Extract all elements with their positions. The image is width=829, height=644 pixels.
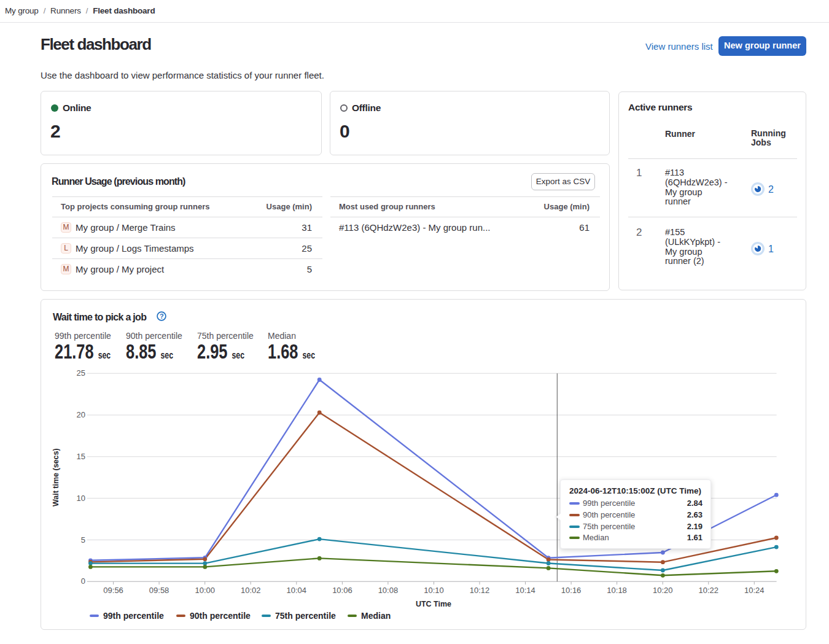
svg-text:10:06: 10:06	[332, 586, 352, 595]
svg-text:20: 20	[77, 410, 85, 419]
svg-text:10:08: 10:08	[378, 586, 399, 595]
svg-text:5: 5	[81, 535, 85, 545]
svg-text:10:02: 10:02	[241, 586, 261, 595]
svg-text:UTC Time: UTC Time	[416, 600, 451, 608]
svg-text:10:24: 10:24	[744, 586, 765, 595]
svg-text:Wait time (secs): Wait time (secs)	[52, 448, 61, 506]
svg-text:10:22: 10:22	[699, 586, 719, 595]
svg-text:10:18: 10:18	[607, 586, 627, 595]
svg-text:10: 10	[77, 494, 85, 503]
svg-text:10:00: 10:00	[195, 586, 215, 595]
svg-text:10:10: 10:10	[424, 586, 444, 595]
svg-text:10:12: 10:12	[470, 586, 490, 595]
svg-text:15: 15	[77, 452, 85, 461]
svg-text:09:58: 09:58	[149, 586, 169, 595]
svg-text:10:04: 10:04	[287, 586, 307, 595]
svg-text:25: 25	[77, 368, 85, 378]
svg-text:10:20: 10:20	[653, 586, 673, 595]
svg-text:0: 0	[81, 576, 85, 586]
svg-text:10:14: 10:14	[515, 586, 535, 595]
svg-text:10:16: 10:16	[561, 586, 582, 595]
svg-text:09:56: 09:56	[103, 586, 123, 595]
